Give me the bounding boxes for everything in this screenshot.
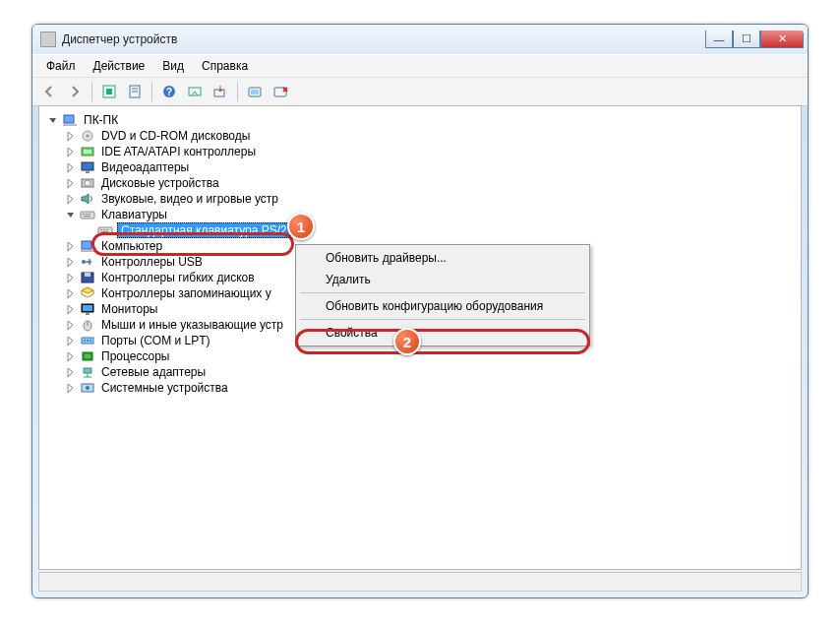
tree-item-label: Звуковые, видео и игровые устр [99, 192, 280, 206]
keyboard-icon [97, 223, 113, 237]
ctx-update-drivers[interactable]: Обновить драйверы... [298, 247, 587, 269]
close-button[interactable]: ✕ [760, 31, 804, 48]
window-title: Диспетчер устройств [62, 32, 177, 46]
tree-item[interactable]: Дисковые устройства [65, 175, 797, 191]
tree-item[interactable]: DVD и CD-ROM дисководы [65, 128, 797, 144]
storage-icon [80, 286, 95, 300]
cpu-icon [80, 349, 95, 363]
system-icon [80, 381, 95, 395]
update-driver-button[interactable] [210, 81, 231, 102]
app-icon [40, 31, 56, 47]
expand-icon[interactable] [65, 257, 76, 268]
svg-rect-33 [81, 250, 94, 252]
back-button[interactable] [38, 81, 60, 102]
titlebar[interactable]: Диспетчер устройств — ☐ ✕ [32, 25, 808, 54]
expand-icon[interactable] [65, 194, 76, 205]
minimize-button[interactable]: — [705, 31, 733, 48]
collapse-icon[interactable] [65, 210, 76, 220]
tree-item[interactable]: Клавиатуры [65, 207, 797, 222]
expand-icon[interactable] [65, 367, 76, 378]
expand-icon[interactable] [65, 383, 76, 394]
svg-rect-36 [85, 273, 90, 277]
expand-icon[interactable] [65, 351, 76, 362]
expand-icon[interactable] [65, 131, 76, 142]
svg-text:?: ? [166, 87, 172, 97]
collapse-icon[interactable] [47, 115, 58, 126]
svg-point-45 [90, 340, 91, 342]
computer-icon [62, 113, 78, 127]
svg-rect-25 [89, 214, 90, 215]
tree-item-label: Контроллеры запоминающих у [99, 286, 273, 300]
monitor-icon [80, 302, 95, 316]
svg-point-44 [87, 340, 89, 342]
uninstall-button[interactable] [270, 81, 291, 102]
svg-rect-26 [84, 216, 90, 217]
tree-item-label: Порты (COM и LPT) [99, 334, 212, 347]
svg-rect-30 [106, 229, 108, 230]
audio-icon [80, 192, 95, 206]
forward-button[interactable] [64, 81, 86, 102]
properties-button[interactable] [124, 81, 146, 102]
tree-root[interactable]: ПК-ПК [47, 112, 797, 128]
tree-item-label: Мониторы [99, 302, 159, 316]
svg-point-43 [84, 340, 86, 342]
svg-point-21 [85, 180, 90, 186]
tree-item-label: Компьютер [99, 239, 164, 253]
annotation-badge-2: 2 [393, 328, 421, 355]
window-buttons: — ☐ ✕ [705, 31, 804, 48]
tree-item[interactable]: Сетевые адаптеры [65, 364, 797, 380]
menu-file[interactable]: Файл [38, 57, 84, 75]
menu-help[interactable]: Справка [194, 57, 256, 75]
maximize-button[interactable]: ☐ [733, 31, 760, 48]
svg-point-34 [82, 260, 86, 264]
expand-icon[interactable] [65, 241, 76, 252]
expand-icon[interactable] [65, 273, 76, 283]
svg-rect-22 [81, 212, 94, 219]
tree-item-label: Стандартная клавиатура PS/2 [117, 222, 291, 238]
disk-icon [80, 176, 95, 190]
tree-item-label: Мыши и иные указывающие устр [99, 318, 285, 332]
svg-rect-19 [86, 171, 90, 173]
menu-action[interactable]: Действие [86, 57, 153, 75]
expand-icon[interactable] [65, 147, 76, 157]
show-hidden-button[interactable] [98, 81, 120, 102]
scan-button[interactable] [184, 81, 206, 102]
tree-item-label: DVD и CD-ROM дисководы [99, 129, 252, 143]
ctx-delete[interactable]: Удалить [298, 269, 587, 290]
menu-view[interactable]: Вид [154, 57, 192, 75]
tree-item[interactable]: Процессоры [65, 348, 797, 364]
tree-root-label: ПК-ПК [82, 113, 120, 127]
svg-rect-1 [106, 89, 112, 94]
svg-rect-28 [100, 229, 102, 230]
tree-item-label: Системные устройства [99, 381, 230, 395]
computer-icon [80, 239, 95, 253]
expand-icon[interactable] [65, 288, 76, 299]
help-button[interactable]: ? [158, 81, 180, 102]
tree-item[interactable]: IDE ATA/ATAPI контроллеры [65, 144, 797, 159]
svg-point-50 [86, 386, 90, 390]
expand-icon[interactable] [65, 336, 76, 346]
svg-rect-12 [64, 115, 74, 123]
svg-rect-18 [82, 162, 93, 170]
tree-item[interactable]: Системные устройства [65, 380, 797, 396]
floppy-icon [80, 271, 95, 284]
display-icon [80, 160, 95, 174]
svg-rect-47 [85, 354, 90, 358]
tree-item[interactable]: Звуковые, видео и игровые устр [65, 191, 797, 207]
tree-item[interactable]: Стандартная клавиатура PS/2 [83, 222, 797, 238]
mouse-icon [80, 318, 95, 332]
ctx-scan-hw[interactable]: Обновить конфигурацию оборудования [298, 295, 587, 317]
statusbar [38, 572, 802, 592]
expand-icon[interactable] [65, 320, 76, 331]
expand-icon[interactable] [65, 162, 76, 173]
enable-button[interactable] [244, 81, 266, 102]
ctx-separator [300, 319, 585, 320]
tree-item-label: Сетевые адаптеры [99, 365, 208, 379]
expand-icon[interactable] [65, 304, 76, 315]
tree-item-label: Контроллеры гибких дисков [99, 271, 257, 284]
svg-rect-17 [84, 150, 91, 154]
ctx-properties[interactable]: Свойства [298, 322, 587, 344]
expand-icon[interactable] [65, 178, 76, 189]
svg-rect-48 [84, 368, 91, 373]
tree-item[interactable]: Видеоадаптеры [65, 159, 797, 175]
